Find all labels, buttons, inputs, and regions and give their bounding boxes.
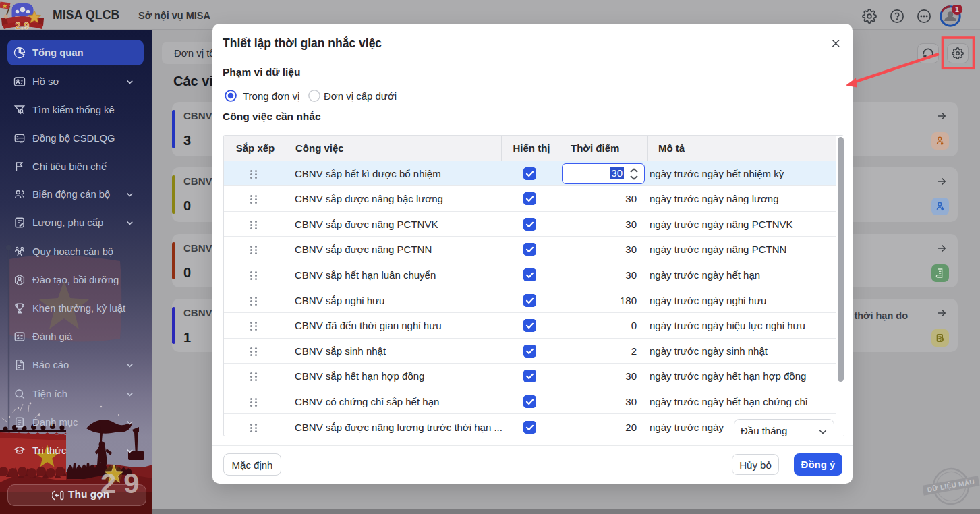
svg-text:1: 1: [955, 5, 959, 13]
